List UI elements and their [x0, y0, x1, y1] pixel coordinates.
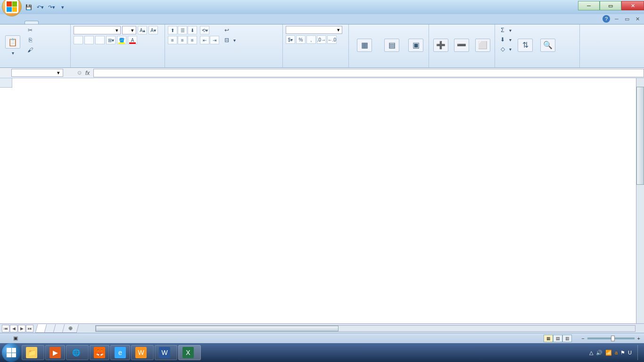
vertical-scrollbar[interactable]: [636, 78, 644, 323]
decrease-indent[interactable]: ⇤: [200, 36, 209, 44]
align-middle[interactable]: ☰: [178, 26, 187, 34]
align-left[interactable]: ≡: [168, 36, 177, 44]
tab-developer[interactable]: [118, 21, 131, 24]
formula-input[interactable]: [93, 69, 644, 77]
system-tray[interactable]: △ 🔊 📶 a ⚑ U: [589, 345, 642, 360]
sheet-tab-new[interactable]: ⊕: [62, 324, 79, 333]
comma-button[interactable]: ,: [306, 35, 316, 44]
tab-view[interactable]: [105, 21, 118, 24]
tab-data[interactable]: [78, 21, 91, 24]
increase-indent[interactable]: ⇥: [210, 36, 219, 44]
tab-formulas[interactable]: [65, 21, 78, 24]
tray-volume-icon[interactable]: 🔊: [596, 350, 603, 356]
grow-font-button[interactable]: A▴: [138, 26, 147, 34]
orientation-button[interactable]: ⟲▾: [200, 26, 209, 34]
worksheet-grid[interactable]: [0, 78, 644, 323]
delete-button[interactable]: ➖: [453, 26, 471, 65]
align-right[interactable]: ≡: [188, 36, 197, 44]
paste-button[interactable]: 📋▾: [3, 26, 23, 65]
format-button[interactable]: ⬜: [474, 26, 492, 65]
undo-icon[interactable]: ↶▾: [36, 3, 44, 11]
fill-color-button[interactable]: 🪣: [117, 36, 126, 44]
taskbar-firefox[interactable]: 🦊: [90, 345, 109, 360]
sheet-nav-last[interactable]: ⏭: [26, 325, 33, 332]
currency-button[interactable]: $▾: [286, 35, 295, 44]
tray-flag-icon[interactable]: ⚑: [620, 350, 625, 356]
tray-network-icon[interactable]: 📶: [605, 350, 612, 356]
sheet-nav-next[interactable]: ▶: [18, 325, 25, 332]
zoom-in[interactable]: +: [637, 336, 640, 341]
underline-button[interactable]: [95, 36, 105, 44]
view-page-break[interactable]: ▥: [562, 335, 572, 342]
sort-filter-button[interactable]: ⇅: [515, 26, 535, 65]
view-normal[interactable]: ▦: [544, 335, 553, 342]
format-as-table-button[interactable]: ▤: [380, 26, 404, 65]
start-button[interactable]: [2, 343, 21, 362]
taskbar-word-1[interactable]: W: [131, 345, 154, 360]
font-size-select[interactable]: ▾: [122, 26, 136, 34]
percent-button[interactable]: %: [296, 35, 305, 44]
sheet-nav-prev[interactable]: ◀: [10, 325, 17, 332]
shrink-font-button[interactable]: A▾: [149, 26, 158, 34]
find-select-button[interactable]: 🔍: [538, 26, 558, 65]
redo-icon[interactable]: ↷▾: [47, 3, 56, 11]
align-bottom[interactable]: ⬇: [188, 26, 197, 34]
doc-close-icon[interactable]: ✕: [634, 15, 641, 23]
sheet-nav-first[interactable]: ⏮: [2, 325, 9, 332]
name-box[interactable]: ▾: [11, 69, 63, 77]
insert-button[interactable]: ➕: [432, 26, 450, 65]
show-desktop[interactable]: [637, 345, 642, 360]
taskbar-media[interactable]: ▶: [45, 345, 65, 360]
doc-minimize-icon[interactable]: ─: [613, 15, 620, 23]
taskbar-chrome[interactable]: 🌐: [66, 345, 89, 360]
fx-icon[interactable]: fx: [85, 70, 90, 76]
tab-addins[interactable]: [131, 21, 144, 24]
copy-button[interactable]: ⎘: [25, 36, 36, 44]
minimize-button[interactable]: ─: [578, 1, 600, 10]
zoom-out[interactable]: −: [581, 336, 584, 341]
font-color-button[interactable]: A: [128, 36, 137, 44]
macro-record-icon[interactable]: ▣: [13, 335, 18, 341]
tray-drive-icon[interactable]: △: [589, 350, 593, 356]
align-top[interactable]: ⬆: [168, 26, 177, 34]
fill-icon: ⬇: [499, 36, 506, 43]
tab-page-layout[interactable]: [52, 21, 65, 24]
align-center[interactable]: ≡: [178, 36, 187, 44]
font-name-select[interactable]: ▾: [74, 26, 121, 34]
increase-decimal[interactable]: .0→: [317, 35, 326, 44]
cell-styles-button[interactable]: ▣: [406, 26, 426, 65]
tab-insert[interactable]: [39, 21, 52, 24]
qat-more-icon[interactable]: ▾: [58, 3, 67, 11]
conditional-formatting-button[interactable]: ▦: [352, 26, 378, 65]
border-button[interactable]: ⊞▾: [106, 36, 116, 44]
taskbar-explorer[interactable]: 📁: [22, 345, 44, 360]
tray-shield-icon[interactable]: U: [628, 350, 632, 355]
maximize-button[interactable]: ▭: [600, 1, 621, 10]
select-all-corner[interactable]: [0, 78, 12, 88]
taskbar-ie[interactable]: e: [110, 345, 130, 360]
bold-button[interactable]: [74, 36, 83, 44]
tab-review[interactable]: [91, 21, 105, 24]
cut-button[interactable]: ✂: [25, 26, 36, 34]
help-icon[interactable]: ?: [603, 15, 610, 23]
doc-restore-icon[interactable]: ▭: [623, 15, 631, 23]
office-button[interactable]: [2, 0, 22, 16]
taskbar-excel[interactable]: X: [178, 345, 201, 360]
number-format-select[interactable]: ▾: [286, 26, 342, 34]
tab-home[interactable]: [25, 21, 39, 24]
close-button[interactable]: ✕: [621, 1, 644, 10]
taskbar-word-2[interactable]: W: [155, 345, 177, 360]
view-page-layout[interactable]: ▤: [553, 335, 562, 342]
decrease-decimal[interactable]: ←.0: [327, 35, 337, 44]
format-painter-button[interactable]: 🖌: [25, 46, 36, 54]
italic-button[interactable]: [84, 36, 94, 44]
merge-center-button[interactable]: ⊟▾: [222, 36, 237, 44]
save-icon[interactable]: 💾: [25, 3, 33, 11]
horizontal-scrollbar[interactable]: [95, 325, 636, 332]
fill-button[interactable]: ⬇▾: [498, 35, 512, 44]
zoom-slider[interactable]: [587, 337, 635, 339]
clear-button[interactable]: ◇▾: [498, 45, 512, 53]
autosum-button[interactable]: Σ▾: [498, 26, 512, 34]
wrap-text-button[interactable]: ↩: [222, 26, 237, 34]
tray-avast-icon[interactable]: a: [615, 350, 618, 355]
